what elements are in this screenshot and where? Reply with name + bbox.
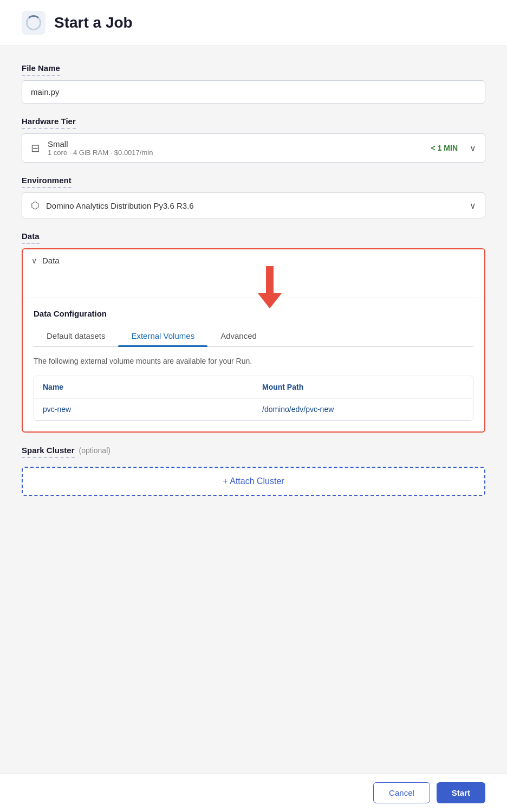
volumes-table: Name Mount Path pvc-new /domino/edv/pvc-… <box>34 376 473 421</box>
arrow-container <box>55 266 484 308</box>
data-header-label: Data <box>42 256 60 265</box>
job-spinner-icon <box>26 15 41 30</box>
hardware-icon: ⊟ <box>31 141 40 154</box>
data-label: Data <box>22 231 40 244</box>
table-header-row: Name Mount Path <box>34 376 473 398</box>
environment-value: Domino Analytics Distribution Py3.6 R3.6 <box>46 201 463 210</box>
data-tabs-row: Default datasets External Volumes Advanc… <box>34 327 473 347</box>
tab-description: The following external volume mounts are… <box>34 356 473 367</box>
tab-external-volumes[interactable]: External Volumes <box>118 327 207 346</box>
hardware-tier-section: Hardware Tier ⊟ Small 1 core · 4 GiB RAM… <box>22 117 485 163</box>
table-cell-name: pvc-new <box>34 398 253 420</box>
spark-cluster-label: Spark Cluster <box>22 446 75 458</box>
spark-label-row: Spark Cluster (optional) <box>22 446 485 462</box>
hardware-details: 1 core · 4 GiB RAM · $0.0017/min <box>48 149 424 157</box>
data-section: Data ∨ Data Data Configuration <box>22 231 485 433</box>
table-col-mount-path: Mount Path <box>253 376 473 398</box>
table-row: pvc-new /domino/edv/pvc-new <box>34 398 473 420</box>
env-chevron-icon: ∨ <box>470 201 476 211</box>
hardware-name: Small <box>48 139 424 149</box>
attach-cluster-button[interactable]: + Attach Cluster <box>22 467 485 496</box>
file-name-label: File Name <box>22 63 60 76</box>
form-content: File Name Hardware Tier ⊟ Small 1 core ·… <box>0 46 507 773</box>
file-name-input[interactable] <box>22 80 485 104</box>
spark-optional-label: (optional) <box>79 446 110 455</box>
table-cell-mount-path: /domino/edv/pvc-new <box>253 398 473 420</box>
table-col-name: Name <box>34 376 253 398</box>
arrow-head <box>258 293 282 308</box>
red-arrow <box>258 266 282 308</box>
hardware-tier-select[interactable]: ⊟ Small 1 core · 4 GiB RAM · $0.0017/min… <box>22 133 485 163</box>
start-button[interactable]: Start <box>437 782 485 803</box>
hardware-tier-label: Hardware Tier <box>22 117 76 129</box>
data-config-title: Data Configuration <box>34 309 473 318</box>
chevron-down-icon: ∨ <box>470 143 476 153</box>
environment-section: Environment ⬡ Domino Analytics Distribut… <box>22 176 485 218</box>
environment-label: Environment <box>22 176 72 188</box>
file-name-section: File Name <box>22 63 485 104</box>
hardware-info: Small 1 core · 4 GiB RAM · $0.0017/min <box>48 139 424 157</box>
spark-cluster-section: Spark Cluster (optional) + Attach Cluste… <box>22 446 485 496</box>
tab-advanced[interactable]: Advanced <box>207 327 270 346</box>
arrow-body <box>266 266 274 293</box>
page-title: Start a Job <box>54 14 133 31</box>
data-outer-box: ∨ Data Data Configuration Default datase… <box>22 248 485 433</box>
header-icon-container <box>22 11 46 35</box>
env-icon: ⬡ <box>31 199 40 211</box>
environment-select[interactable]: ⬡ Domino Analytics Distribution Py3.6 R3… <box>22 192 485 218</box>
attach-cluster-label: + Attach Cluster <box>223 476 284 486</box>
hardware-time: < 1 MIN <box>431 144 458 152</box>
data-chevron-icon: ∨ <box>31 256 37 265</box>
tab-default-datasets[interactable]: Default datasets <box>34 327 118 346</box>
cancel-button[interactable]: Cancel <box>373 782 430 803</box>
page-footer: Cancel Start <box>0 773 507 812</box>
data-body: Data Configuration Default datasets Exte… <box>23 298 484 431</box>
page-header: Start a Job <box>0 0 507 46</box>
